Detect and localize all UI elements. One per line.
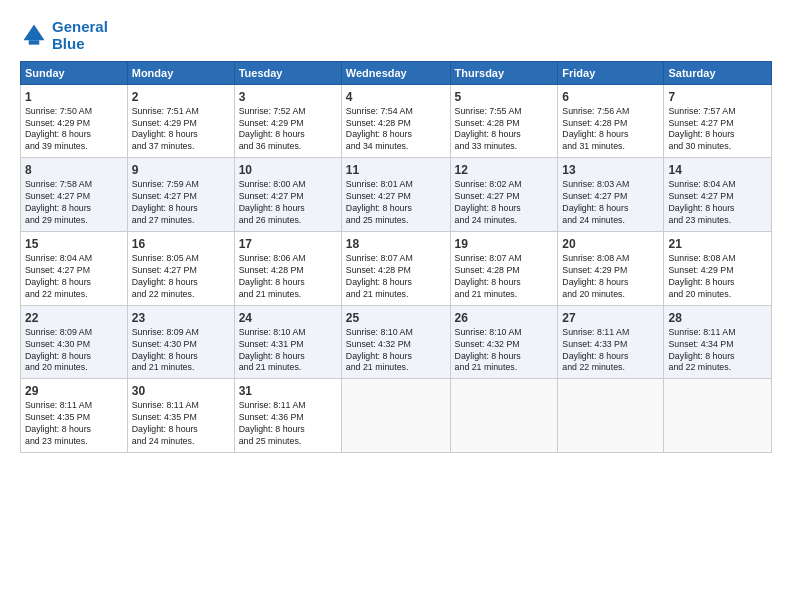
cell-sun-info: Sunrise: 7:59 AM Sunset: 4:27 PM Dayligh… xyxy=(132,179,230,227)
cell-sun-info: Sunrise: 8:11 AM Sunset: 4:33 PM Dayligh… xyxy=(562,327,659,375)
calendar-cell: 28Sunrise: 8:11 AM Sunset: 4:34 PM Dayli… xyxy=(664,305,772,379)
weekday-header-thursday: Thursday xyxy=(450,61,558,84)
calendar-cell: 26Sunrise: 8:10 AM Sunset: 4:32 PM Dayli… xyxy=(450,305,558,379)
day-number: 30 xyxy=(132,383,230,399)
page: General Blue SundayMondayTuesdayWednesda… xyxy=(0,0,792,612)
calendar-cell: 27Sunrise: 8:11 AM Sunset: 4:33 PM Dayli… xyxy=(558,305,664,379)
cell-sun-info: Sunrise: 8:06 AM Sunset: 4:28 PM Dayligh… xyxy=(239,253,337,301)
calendar-cell: 19Sunrise: 8:07 AM Sunset: 4:28 PM Dayli… xyxy=(450,231,558,305)
calendar-cell xyxy=(664,379,772,453)
cell-sun-info: Sunrise: 8:10 AM Sunset: 4:31 PM Dayligh… xyxy=(239,327,337,375)
day-number: 25 xyxy=(346,310,446,326)
calendar-week-row: 29Sunrise: 8:11 AM Sunset: 4:35 PM Dayli… xyxy=(21,379,772,453)
calendar-cell: 3Sunrise: 7:52 AM Sunset: 4:29 PM Daylig… xyxy=(234,84,341,158)
logo-icon xyxy=(20,21,48,49)
calendar-cell xyxy=(558,379,664,453)
day-number: 19 xyxy=(455,236,554,252)
day-number: 7 xyxy=(668,89,767,105)
cell-sun-info: Sunrise: 8:07 AM Sunset: 4:28 PM Dayligh… xyxy=(455,253,554,301)
calendar-cell: 25Sunrise: 8:10 AM Sunset: 4:32 PM Dayli… xyxy=(341,305,450,379)
day-number: 26 xyxy=(455,310,554,326)
svg-rect-1 xyxy=(29,41,40,45)
cell-sun-info: Sunrise: 8:10 AM Sunset: 4:32 PM Dayligh… xyxy=(455,327,554,375)
day-number: 29 xyxy=(25,383,123,399)
calendar-week-row: 15Sunrise: 8:04 AM Sunset: 4:27 PM Dayli… xyxy=(21,231,772,305)
calendar-cell: 4Sunrise: 7:54 AM Sunset: 4:28 PM Daylig… xyxy=(341,84,450,158)
weekday-header-wednesday: Wednesday xyxy=(341,61,450,84)
day-number: 1 xyxy=(25,89,123,105)
calendar-week-row: 1Sunrise: 7:50 AM Sunset: 4:29 PM Daylig… xyxy=(21,84,772,158)
day-number: 28 xyxy=(668,310,767,326)
weekday-header-tuesday: Tuesday xyxy=(234,61,341,84)
day-number: 12 xyxy=(455,162,554,178)
calendar-cell: 17Sunrise: 8:06 AM Sunset: 4:28 PM Dayli… xyxy=(234,231,341,305)
weekday-header-friday: Friday xyxy=(558,61,664,84)
calendar-cell: 30Sunrise: 8:11 AM Sunset: 4:35 PM Dayli… xyxy=(127,379,234,453)
weekday-header-monday: Monday xyxy=(127,61,234,84)
calendar-week-row: 22Sunrise: 8:09 AM Sunset: 4:30 PM Dayli… xyxy=(21,305,772,379)
calendar-cell: 11Sunrise: 8:01 AM Sunset: 4:27 PM Dayli… xyxy=(341,158,450,232)
svg-marker-0 xyxy=(24,25,45,41)
calendar-header-row: SundayMondayTuesdayWednesdayThursdayFrid… xyxy=(21,61,772,84)
cell-sun-info: Sunrise: 7:50 AM Sunset: 4:29 PM Dayligh… xyxy=(25,106,123,154)
day-number: 31 xyxy=(239,383,337,399)
calendar-cell: 20Sunrise: 8:08 AM Sunset: 4:29 PM Dayli… xyxy=(558,231,664,305)
cell-sun-info: Sunrise: 7:58 AM Sunset: 4:27 PM Dayligh… xyxy=(25,179,123,227)
day-number: 4 xyxy=(346,89,446,105)
weekday-header-sunday: Sunday xyxy=(21,61,128,84)
cell-sun-info: Sunrise: 8:04 AM Sunset: 4:27 PM Dayligh… xyxy=(668,179,767,227)
calendar-cell: 7Sunrise: 7:57 AM Sunset: 4:27 PM Daylig… xyxy=(664,84,772,158)
day-number: 22 xyxy=(25,310,123,326)
day-number: 16 xyxy=(132,236,230,252)
calendar-cell: 2Sunrise: 7:51 AM Sunset: 4:29 PM Daylig… xyxy=(127,84,234,158)
cell-sun-info: Sunrise: 8:08 AM Sunset: 4:29 PM Dayligh… xyxy=(668,253,767,301)
cell-sun-info: Sunrise: 8:09 AM Sunset: 4:30 PM Dayligh… xyxy=(132,327,230,375)
cell-sun-info: Sunrise: 7:57 AM Sunset: 4:27 PM Dayligh… xyxy=(668,106,767,154)
calendar-cell: 12Sunrise: 8:02 AM Sunset: 4:27 PM Dayli… xyxy=(450,158,558,232)
cell-sun-info: Sunrise: 8:00 AM Sunset: 4:27 PM Dayligh… xyxy=(239,179,337,227)
day-number: 20 xyxy=(562,236,659,252)
cell-sun-info: Sunrise: 8:11 AM Sunset: 4:36 PM Dayligh… xyxy=(239,400,337,448)
cell-sun-info: Sunrise: 8:03 AM Sunset: 4:27 PM Dayligh… xyxy=(562,179,659,227)
calendar-week-row: 8Sunrise: 7:58 AM Sunset: 4:27 PM Daylig… xyxy=(21,158,772,232)
calendar-cell: 22Sunrise: 8:09 AM Sunset: 4:30 PM Dayli… xyxy=(21,305,128,379)
cell-sun-info: Sunrise: 8:05 AM Sunset: 4:27 PM Dayligh… xyxy=(132,253,230,301)
cell-sun-info: Sunrise: 7:54 AM Sunset: 4:28 PM Dayligh… xyxy=(346,106,446,154)
day-number: 8 xyxy=(25,162,123,178)
cell-sun-info: Sunrise: 7:55 AM Sunset: 4:28 PM Dayligh… xyxy=(455,106,554,154)
cell-sun-info: Sunrise: 8:11 AM Sunset: 4:35 PM Dayligh… xyxy=(25,400,123,448)
cell-sun-info: Sunrise: 8:10 AM Sunset: 4:32 PM Dayligh… xyxy=(346,327,446,375)
cell-sun-info: Sunrise: 7:52 AM Sunset: 4:29 PM Dayligh… xyxy=(239,106,337,154)
calendar-cell: 29Sunrise: 8:11 AM Sunset: 4:35 PM Dayli… xyxy=(21,379,128,453)
day-number: 18 xyxy=(346,236,446,252)
day-number: 5 xyxy=(455,89,554,105)
day-number: 6 xyxy=(562,89,659,105)
cell-sun-info: Sunrise: 8:04 AM Sunset: 4:27 PM Dayligh… xyxy=(25,253,123,301)
calendar: SundayMondayTuesdayWednesdayThursdayFrid… xyxy=(20,61,772,453)
calendar-cell: 9Sunrise: 7:59 AM Sunset: 4:27 PM Daylig… xyxy=(127,158,234,232)
calendar-cell: 31Sunrise: 8:11 AM Sunset: 4:36 PM Dayli… xyxy=(234,379,341,453)
calendar-cell: 6Sunrise: 7:56 AM Sunset: 4:28 PM Daylig… xyxy=(558,84,664,158)
calendar-cell: 8Sunrise: 7:58 AM Sunset: 4:27 PM Daylig… xyxy=(21,158,128,232)
calendar-cell xyxy=(450,379,558,453)
cell-sun-info: Sunrise: 8:07 AM Sunset: 4:28 PM Dayligh… xyxy=(346,253,446,301)
weekday-header-saturday: Saturday xyxy=(664,61,772,84)
calendar-cell: 15Sunrise: 8:04 AM Sunset: 4:27 PM Dayli… xyxy=(21,231,128,305)
day-number: 9 xyxy=(132,162,230,178)
day-number: 21 xyxy=(668,236,767,252)
cell-sun-info: Sunrise: 8:09 AM Sunset: 4:30 PM Dayligh… xyxy=(25,327,123,375)
calendar-cell: 16Sunrise: 8:05 AM Sunset: 4:27 PM Dayli… xyxy=(127,231,234,305)
logo-text: General Blue xyxy=(52,18,108,53)
cell-sun-info: Sunrise: 8:02 AM Sunset: 4:27 PM Dayligh… xyxy=(455,179,554,227)
calendar-cell: 13Sunrise: 8:03 AM Sunset: 4:27 PM Dayli… xyxy=(558,158,664,232)
calendar-cell xyxy=(341,379,450,453)
day-number: 15 xyxy=(25,236,123,252)
calendar-cell: 1Sunrise: 7:50 AM Sunset: 4:29 PM Daylig… xyxy=(21,84,128,158)
calendar-cell: 10Sunrise: 8:00 AM Sunset: 4:27 PM Dayli… xyxy=(234,158,341,232)
calendar-cell: 21Sunrise: 8:08 AM Sunset: 4:29 PM Dayli… xyxy=(664,231,772,305)
logo: General Blue xyxy=(20,18,108,53)
day-number: 23 xyxy=(132,310,230,326)
header: General Blue xyxy=(20,18,772,53)
day-number: 13 xyxy=(562,162,659,178)
day-number: 11 xyxy=(346,162,446,178)
